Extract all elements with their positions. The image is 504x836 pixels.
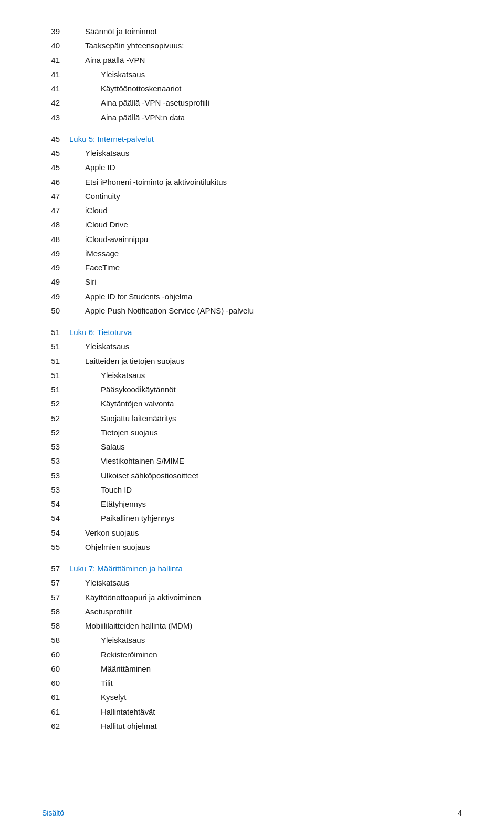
toc-page-num: 51 xyxy=(42,340,69,352)
toc-row: 57Yleiskatsaus xyxy=(42,577,462,589)
toc-row: 62Hallitut ohjelmat xyxy=(42,720,462,732)
toc-item-text: Ulkoiset sähköpostiosoitteet xyxy=(69,469,198,482)
toc-page-num: 51 xyxy=(42,369,69,381)
toc-row: 51Pääsykoodikäytännöt xyxy=(42,383,462,395)
toc-item-text: Luku 5: Internet-palvelut xyxy=(69,133,154,145)
toc-page-num: 49 xyxy=(42,276,69,288)
toc-row: 42Aina päällä -VPN -asetusprofiili xyxy=(42,97,462,109)
toc-page-num: 54 xyxy=(42,512,69,524)
toc-row: 60Rekisteröiminen xyxy=(42,649,462,661)
toc-row: 43Aina päällä -VPN:n data xyxy=(42,111,462,123)
toc-item-text: Touch ID xyxy=(69,484,132,496)
toc-page-num: 52 xyxy=(42,426,69,438)
toc-row: 53Ulkoiset sähköpostiosoitteet xyxy=(42,469,462,482)
toc-item-text: Viestikohtainen S/MIME xyxy=(69,455,184,467)
toc-row: 52Tietojen suojaus xyxy=(42,426,462,438)
toc-page-num: 54 xyxy=(42,498,69,510)
toc-page-num: 47 xyxy=(42,204,69,216)
toc-spacer xyxy=(42,555,462,562)
toc-item-text: Paikallinen tyhjennys xyxy=(69,512,174,524)
toc-item-text: Käytäntöjen valvonta xyxy=(69,398,174,410)
toc-page-num: 52 xyxy=(42,412,69,424)
toc-item-text: Käyttöönottoskenaariot xyxy=(69,82,181,95)
toc-item-text: Laitteiden ja tietojen suojaus xyxy=(69,355,184,367)
footer: Sisältö 4 xyxy=(0,802,504,817)
toc-page-num: 50 xyxy=(42,305,69,317)
toc-item-text: Asetusprofiilit xyxy=(69,605,132,618)
toc-row: 46Etsi iPhoneni -toiminto ja aktivointil… xyxy=(42,176,462,188)
toc-row: 57Käyttöönottoapuri ja aktivoiminen xyxy=(42,591,462,603)
toc-item-text: Mobiililaitteiden hallinta (MDM) xyxy=(69,620,192,632)
toc-page-num: 47 xyxy=(42,190,69,202)
toc-row: 49Apple ID for Students -ohjelma xyxy=(42,290,462,302)
toc-page-num: 48 xyxy=(42,218,69,231)
toc-item-text: Ohjelmien suojaus xyxy=(69,541,150,553)
toc-row: 41Aina päällä -VPN xyxy=(42,54,462,66)
toc-item-text: Continuity xyxy=(69,190,120,202)
toc-row: 53Salaus xyxy=(42,441,462,453)
toc-row: 45Apple ID xyxy=(42,161,462,173)
toc-page-num: 61 xyxy=(42,691,69,703)
toc-page-num: 51 xyxy=(42,326,69,338)
toc-page-num: 51 xyxy=(42,355,69,367)
toc-page-num: 60 xyxy=(42,663,69,675)
toc-item-text: Hallintatehtävät xyxy=(69,706,155,718)
toc-page-num: 45 xyxy=(42,161,69,173)
toc-page-num: 61 xyxy=(42,706,69,718)
toc-row: 47iCloud xyxy=(42,204,462,216)
toc-row: 60Tilit xyxy=(42,677,462,689)
toc-item-text: Apple ID for Students -ohjelma xyxy=(69,290,192,302)
toc-page-num: 48 xyxy=(42,233,69,245)
toc-item-text: Tietojen suojaus xyxy=(69,426,158,438)
toc-row: 49Siri xyxy=(42,276,462,288)
toc-item-text: Hallitut ohjelmat xyxy=(69,720,157,732)
toc-page-num: 40 xyxy=(42,39,69,51)
toc-item-text: iCloud xyxy=(69,204,108,216)
toc-item-text: Aina päällä -VPN:n data xyxy=(69,111,185,123)
toc-row: 51Yleiskatsaus xyxy=(42,369,462,381)
toc-page-num: 53 xyxy=(42,484,69,496)
toc-row: 41Käyttöönottoskenaariot xyxy=(42,82,462,95)
toc-page-num: 39 xyxy=(42,25,69,37)
toc-row: 53Viestikohtainen S/MIME xyxy=(42,455,462,467)
toc-row: 58Mobiililaitteiden hallinta (MDM) xyxy=(42,620,462,632)
toc-item-text: Salaus xyxy=(69,441,125,453)
toc-item-text: Yleiskatsaus xyxy=(69,369,145,381)
toc-row: 53Touch ID xyxy=(42,484,462,496)
toc-page-num: 55 xyxy=(42,541,69,553)
toc-row: 49iMessage xyxy=(42,247,462,259)
toc-spacer xyxy=(42,126,462,133)
toc-item-text: Luku 6: Tietoturva xyxy=(69,326,132,338)
toc-item-text: Yleiskatsaus xyxy=(69,634,145,646)
toc-page-num: 46 xyxy=(42,176,69,188)
toc-item-text: iCloud-avainnippu xyxy=(69,233,148,245)
toc-page-num: 57 xyxy=(42,577,69,589)
toc-row: 57Luku 7: Määrittäminen ja hallinta xyxy=(42,562,462,574)
toc-page-num: 53 xyxy=(42,441,69,453)
toc-item-text: Säännöt ja toiminnot xyxy=(69,25,157,37)
toc-item-text: Yleiskatsaus xyxy=(69,340,129,352)
toc-item-text: Siri xyxy=(69,276,97,288)
toc-item-text: Etsi iPhoneni -toiminto ja aktivointiluk… xyxy=(69,176,227,188)
toc-item-text: Rekisteröiminen xyxy=(69,649,158,661)
footer-label: Sisältö xyxy=(42,809,64,817)
toc-row: 55Ohjelmien suojaus xyxy=(42,541,462,553)
toc-row: 61Hallintatehtävät xyxy=(42,706,462,718)
toc-page-num: 60 xyxy=(42,677,69,689)
toc-page-num: 42 xyxy=(42,97,69,109)
toc-page-num: 43 xyxy=(42,111,69,123)
toc-row: 54Verkon suojaus xyxy=(42,527,462,539)
toc-page-num: 52 xyxy=(42,398,69,410)
toc-item-text: Luku 7: Määrittäminen ja hallinta xyxy=(69,562,183,574)
toc-item-text: Verkon suojaus xyxy=(69,527,139,539)
toc-page-num: 41 xyxy=(42,68,69,80)
toc-row: 47Continuity xyxy=(42,190,462,202)
toc-page-num: 53 xyxy=(42,455,69,467)
toc-row: 58Asetusprofiilit xyxy=(42,605,462,618)
toc-row: 39Säännöt ja toiminnot xyxy=(42,25,462,37)
toc-page-num: 58 xyxy=(42,634,69,646)
toc-row: 51Yleiskatsaus xyxy=(42,340,462,352)
toc-page-num: 49 xyxy=(42,262,69,274)
toc-page-num: 58 xyxy=(42,605,69,618)
toc-item-text: Yleiskatsaus xyxy=(69,68,145,80)
